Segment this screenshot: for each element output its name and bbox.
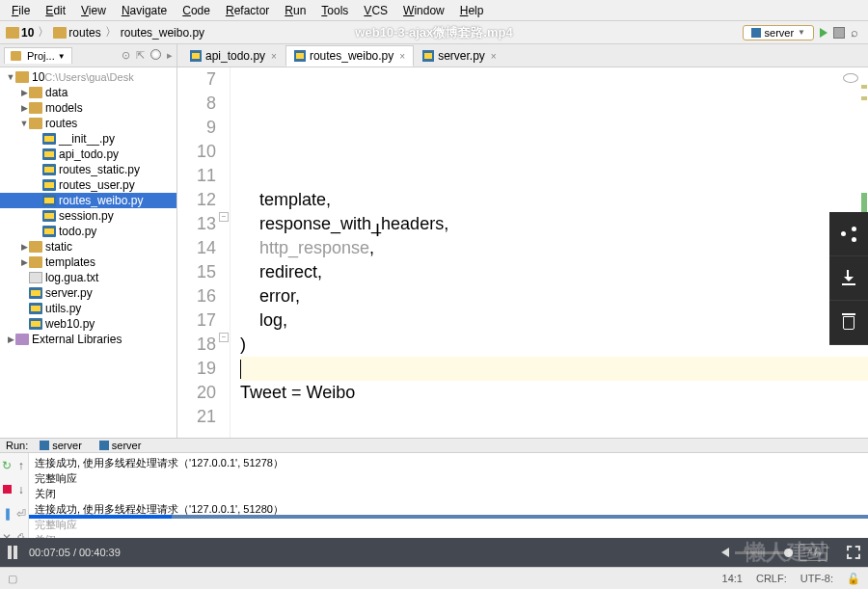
locate-icon[interactable]: ⇱ <box>136 49 145 62</box>
line-gutter: 789101112131415161718192021−− <box>177 67 231 438</box>
tree-item[interactable]: ▼10 C:\Users\gua\Desk <box>0 69 176 85</box>
tree-item[interactable]: ▼routes <box>0 116 176 131</box>
python-icon <box>294 50 306 62</box>
breadcrumb-folder: routes <box>68 26 100 40</box>
breadcrumb[interactable]: 10 〉 routes 〉 routes_weibo.py <box>6 24 204 40</box>
tree-item[interactable]: utils.py <box>0 301 176 316</box>
tree-item[interactable]: routes_static.py <box>0 162 176 177</box>
eye-icon[interactable] <box>843 73 858 83</box>
tree-item[interactable]: web10.py <box>0 316 176 332</box>
code-editor[interactable]: 789101112131415161718192021−− I template… <box>177 67 868 438</box>
tree-item[interactable]: ▶data <box>0 85 176 100</box>
python-icon <box>99 441 109 450</box>
video-title: web10-3-ajax微博套路.mp4 <box>355 24 512 41</box>
console-line: 完整响应 <box>35 517 862 532</box>
menu-vcs[interactable]: VCS <box>356 2 395 19</box>
lock-icon[interactable]: 🔓 <box>847 573 860 585</box>
cursor-position: 14:1 <box>722 573 743 585</box>
editor-tab[interactable]: routes_weibo.py× <box>285 45 414 67</box>
tree-item[interactable]: todo.py <box>0 224 176 239</box>
console-output[interactable]: 连接成功, 使用多线程处理请求（'127.0.0.1', 51278）完整响应关… <box>29 453 868 549</box>
search-icon[interactable]: ⌕ <box>851 25 858 40</box>
menu-view[interactable]: View <box>73 2 114 19</box>
run-button[interactable] <box>820 28 827 38</box>
rerun-button[interactable]: ↻ <box>0 453 14 477</box>
tree-item[interactable]: __init__.py <box>0 131 176 147</box>
encoding[interactable]: UTF-8: <box>800 573 833 585</box>
chevron-down-icon: ▼ <box>58 52 66 61</box>
menu-file[interactable]: File <box>4 2 38 19</box>
scroll-up-button[interactable]: ↑ <box>14 453 29 477</box>
video-progress[interactable] <box>29 515 868 519</box>
close-icon[interactable]: × <box>271 51 277 62</box>
tree-item[interactable]: server.py <box>0 285 176 301</box>
tree-item[interactable]: log.gua.txt <box>0 270 176 285</box>
python-icon <box>751 28 761 38</box>
download-button[interactable] <box>829 256 868 301</box>
console-line: 连接成功, 使用多线程处理请求（'127.0.0.1', 51278） <box>35 455 862 470</box>
menu-tools[interactable]: Tools <box>313 2 356 19</box>
folder-icon <box>6 27 19 39</box>
console-line: 完整响应 <box>35 470 862 486</box>
fullscreen-button[interactable] <box>847 546 860 559</box>
code-content[interactable]: I template, response_with_headers, http_… <box>231 67 868 438</box>
delete-button[interactable] <box>829 301 868 345</box>
project-tab[interactable]: Proj... ▼ <box>4 47 72 64</box>
chevron-down-icon: ▼ <box>798 28 805 37</box>
menu-code[interactable]: Code <box>175 2 218 19</box>
volume-slider[interactable] <box>735 551 793 554</box>
tree-item[interactable]: api_todo.py <box>0 147 176 162</box>
menu-help[interactable]: Help <box>452 2 492 19</box>
breadcrumb-sep: 〉 <box>105 24 117 40</box>
pause-button[interactable]: ∥ <box>0 501 14 525</box>
line-ending[interactable]: CRLF: <box>756 573 787 585</box>
menu-bar: FileEditViewNavigateCodeRefactorRunTools… <box>0 0 868 21</box>
collapse-icon[interactable]: ⊙ <box>122 49 130 62</box>
menu-refactor[interactable]: Refactor <box>218 2 277 19</box>
run-tab-server-2[interactable]: server <box>94 439 148 452</box>
editor-tab[interactable]: api_todo.py× <box>181 45 285 67</box>
folder-icon <box>53 27 67 39</box>
hide-icon[interactable]: ▸ <box>167 49 173 62</box>
tree-item[interactable]: routes_weibo.py <box>0 193 176 208</box>
scroll-down-button[interactable]: ↓ <box>14 477 29 501</box>
file-tree[interactable]: ▼10 C:\Users\gua\Desk▶data▶models▼routes… <box>0 67 176 438</box>
run-config-selector[interactable]: server ▼ <box>743 25 814 40</box>
tree-item[interactable]: ▶models <box>0 100 176 116</box>
soft-wrap-button[interactable]: ⏎ <box>14 501 29 525</box>
share-button[interactable] <box>829 212 868 256</box>
tree-item[interactable]: routes_user.py <box>0 177 176 193</box>
gear-icon[interactable] <box>150 49 161 60</box>
status-bar: ▢ 14:1 CRLF: UTF-8: 🔓 <box>0 567 868 589</box>
tree-item[interactable]: ▶static <box>0 239 176 254</box>
video-time: 00:07:05 / 00:40:39 <box>29 547 121 559</box>
run-toolbar: ↻ ↑ ↓ ∥ ⏎ ✕ ⎙ <box>0 453 29 549</box>
editor-tab[interactable]: server.py× <box>414 45 505 67</box>
run-tab-server[interactable]: server <box>34 439 88 452</box>
video-side-actions <box>829 212 868 345</box>
close-icon[interactable]: × <box>399 51 405 62</box>
tree-item[interactable]: ▶templates <box>0 254 176 270</box>
menu-edit[interactable]: Edit <box>38 2 73 19</box>
todo-icon[interactable]: ▢ <box>8 573 17 585</box>
run-label: Run: <box>6 440 28 451</box>
volume-icon[interactable] <box>721 548 729 557</box>
menu-window[interactable]: Window <box>395 2 452 19</box>
text-cursor-icon: I <box>375 219 380 243</box>
play-pause-button[interactable] <box>8 546 17 559</box>
stop-button[interactable] <box>833 27 845 39</box>
tree-item[interactable]: session.py <box>0 208 176 224</box>
console-line: 关闭 <box>35 486 862 501</box>
subtitle-button[interactable]: 字幕 <box>799 544 827 561</box>
menu-navigate[interactable]: Navigate <box>114 2 175 19</box>
stop-button[interactable] <box>0 477 14 501</box>
nav-bar: 10 〉 routes 〉 routes_weibo.py web10-3-aj… <box>0 21 868 44</box>
folder-icon <box>11 51 21 61</box>
breadcrumb-file: routes_weibo.py <box>121 26 204 40</box>
python-icon <box>190 50 202 62</box>
close-icon[interactable]: × <box>491 51 497 62</box>
menu-run[interactable]: Run <box>277 2 313 19</box>
tree-item[interactable]: ▶External Libraries <box>0 332 176 347</box>
project-sidebar: Proj... ▼ ⊙ ⇱ ▸ ▼10 C:\Users\gua\Desk▶da… <box>0 44 177 438</box>
run-panel: Run: server server ↻ ↑ ↓ ∥ ⏎ ✕ ⎙ 连接成功, 使… <box>0 438 868 538</box>
